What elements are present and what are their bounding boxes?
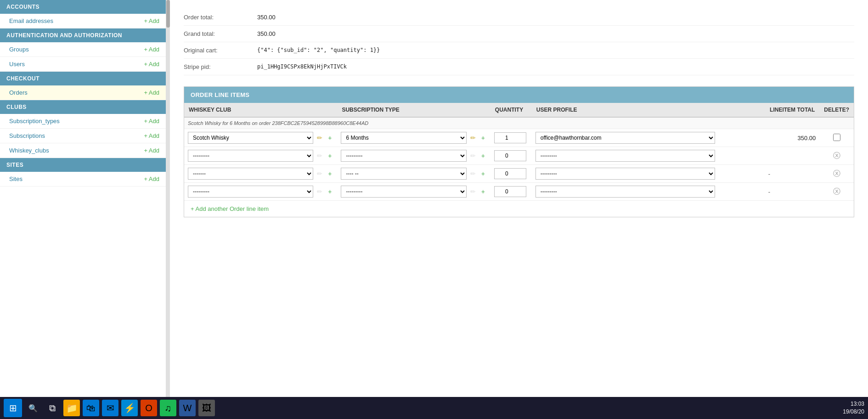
sidebar-item-email-addresses[interactable]: Email addresses + Add bbox=[0, 14, 166, 28]
photos-icon[interactable]: 🖼 bbox=[198, 400, 215, 416]
row3-subscription-type-select[interactable]: ---- -- bbox=[341, 168, 466, 180]
row3-lineitem-total: - bbox=[719, 165, 819, 183]
row2-subscription-type-cell: --------- ✏ + bbox=[337, 147, 490, 165]
taskview-button[interactable]: ⧉ bbox=[44, 400, 61, 416]
row2-whiskey-club-edit[interactable]: ✏ bbox=[315, 151, 324, 160]
sidebar-section-auth: AUTHENTICATION AND AUTHORIZATION bbox=[0, 28, 166, 42]
grand-total-value: 350.00 bbox=[257, 30, 276, 37]
sidebar-item-groups[interactable]: Groups + Add bbox=[0, 42, 166, 57]
row2-delete-icon[interactable]: ⓧ bbox=[833, 152, 840, 159]
row1-quantity-input[interactable] bbox=[494, 132, 526, 143]
sidebar-scrollbar[interactable] bbox=[166, 0, 170, 397]
row4-subscription-type-select[interactable]: --------- bbox=[341, 186, 466, 198]
file-explorer-icon[interactable]: 📁 bbox=[63, 400, 80, 416]
add-order-line-button[interactable]: + Add another Order line item bbox=[191, 205, 269, 212]
row4-quantity-input[interactable] bbox=[494, 186, 526, 197]
row3-user-profile-cell: --------- bbox=[532, 165, 719, 183]
row1-whiskey-club-select[interactable]: Scotch Whisky --------- bbox=[188, 132, 313, 144]
sidebar-section-clubs: CLUBS bbox=[0, 100, 166, 114]
sidebar-section-sites: SITES bbox=[0, 158, 166, 172]
sidebar-item-whiskey-clubs[interactable]: Whiskey_clubs + Add bbox=[0, 143, 166, 158]
row2-subscription-type-add[interactable]: + bbox=[479, 151, 487, 160]
row2-whiskey-club-cell: --------- ✏ + bbox=[184, 147, 337, 165]
search-button[interactable]: 🔍 bbox=[25, 400, 41, 416]
row4-user-profile-select[interactable]: --------- bbox=[535, 186, 716, 198]
store-icon[interactable]: 🛍 bbox=[83, 400, 99, 416]
row3-whiskey-club-add[interactable]: + bbox=[326, 169, 333, 178]
order-total-row: Order total: 350.00 bbox=[184, 9, 854, 26]
table-row: --------- ✏ + --------- ✏ bbox=[184, 183, 854, 201]
row2-user-profile-cell: --------- bbox=[532, 147, 719, 165]
row2-quantity-cell bbox=[490, 147, 532, 165]
original-cart-value: {"4": {"sub_id": "2", "quantity": 1}} bbox=[257, 47, 380, 54]
col-header-lineitem-total: LINEITEM TOTAL bbox=[719, 103, 819, 117]
row1-delete-cell bbox=[819, 129, 854, 147]
row1-user-profile-cell: office@hawthornbar.com --------- bbox=[532, 129, 719, 147]
row3-delete-cell: ⓧ bbox=[819, 165, 854, 183]
row1-whiskey-club-edit[interactable]: ✏ bbox=[315, 133, 324, 142]
word-icon[interactable]: W bbox=[179, 400, 196, 416]
sidebar-item-users[interactable]: Users + Add bbox=[0, 57, 166, 72]
row2-subscription-type-edit[interactable]: ✏ bbox=[468, 151, 478, 160]
row1-user-profile-select[interactable]: office@hawthornbar.com --------- bbox=[535, 132, 716, 144]
row3-quantity-cell bbox=[490, 165, 532, 183]
row2-quantity-input[interactable] bbox=[494, 150, 526, 161]
azure-icon[interactable]: ⚡ bbox=[121, 400, 138, 416]
table-row: Scotch Whisky --------- ✏ + 6 Months bbox=[184, 129, 854, 147]
add-line-container: + Add another Order line item bbox=[184, 201, 854, 217]
row2-subscription-type-select[interactable]: --------- bbox=[341, 150, 466, 162]
row1-subscription-type-cell: 6 Months --------- ✏ + bbox=[337, 129, 490, 147]
row1-whiskey-club-add[interactable]: + bbox=[326, 133, 333, 142]
start-button[interactable]: ⊞ bbox=[4, 399, 22, 417]
sidebar-section-accounts: ACCOUNTS bbox=[0, 0, 166, 14]
row3-delete-icon[interactable]: ⓧ bbox=[833, 170, 840, 177]
row4-lineitem-total: - bbox=[719, 183, 819, 201]
row4-subscription-type-cell: --------- ✏ + bbox=[337, 183, 490, 201]
row2-delete-cell: ⓧ bbox=[819, 147, 854, 165]
sidebar-item-sites[interactable]: Sites + Add bbox=[0, 172, 166, 187]
row4-quantity-cell bbox=[490, 183, 532, 201]
col-header-subscription-type: SUBSCRIPTION TYPE bbox=[337, 103, 490, 117]
row4-delete-cell: ⓧ bbox=[819, 183, 854, 201]
order-total-value: 350.00 bbox=[257, 14, 276, 21]
row4-whiskey-club-edit[interactable]: ✏ bbox=[315, 187, 324, 196]
row3-quantity-input[interactable] bbox=[494, 168, 526, 179]
row1-subscription-type-edit[interactable]: ✏ bbox=[468, 133, 478, 142]
row1-delete-checkbox[interactable] bbox=[833, 134, 840, 141]
table-row: --------- ✏ + --------- ✏ bbox=[184, 147, 854, 165]
row1-subscription-type-add[interactable]: + bbox=[479, 133, 487, 142]
sidebar-item-subscriptions[interactable]: Subscriptions + Add bbox=[0, 129, 166, 143]
row4-delete-icon[interactable]: ⓧ bbox=[833, 187, 840, 195]
row3-subscription-type-edit[interactable]: ✏ bbox=[468, 169, 478, 178]
office-icon[interactable]: O bbox=[141, 400, 157, 416]
row4-subscription-type-edit[interactable]: ✏ bbox=[468, 187, 478, 196]
mail-icon[interactable]: ✉ bbox=[102, 400, 118, 416]
order-line-items-table: WHISKEY CLUB SUBSCRIPTION TYPE QUANTITY … bbox=[184, 103, 854, 201]
row4-whiskey-club-cell: --------- ✏ + bbox=[184, 183, 337, 201]
row3-whiskey-club-cell: ------- ✏ + bbox=[184, 165, 337, 183]
order-line-items-section: ORDER LINE ITEMS WHISKEY CLUB SUBSCRIPTI… bbox=[184, 86, 854, 217]
spotify-icon[interactable]: ♫ bbox=[160, 400, 176, 416]
row4-whiskey-club-add[interactable]: + bbox=[326, 187, 333, 196]
row1-subscription-type-select[interactable]: 6 Months --------- bbox=[341, 132, 466, 144]
row2-lineitem-total bbox=[719, 147, 819, 165]
row1-lineitem-total: 350.00 bbox=[719, 129, 819, 147]
row4-whiskey-club-select[interactable]: --------- bbox=[188, 186, 313, 198]
row3-whiskey-club-edit[interactable]: ✏ bbox=[315, 169, 324, 178]
sidebar-item-orders[interactable]: Orders + Add bbox=[0, 85, 166, 100]
row2-whiskey-club-select[interactable]: --------- bbox=[188, 150, 313, 162]
grand-total-row: Grand total: 350.00 bbox=[184, 26, 854, 42]
col-header-delete: DELETE? bbox=[819, 103, 854, 117]
row3-whiskey-club-select[interactable]: ------- bbox=[188, 168, 313, 180]
table-row: ------- ✏ + ---- -- ✏ bbox=[184, 165, 854, 183]
row3-user-profile-select[interactable]: --------- bbox=[535, 168, 716, 180]
order-total-label: Order total: bbox=[184, 14, 257, 21]
sidebar-item-subscription-types[interactable]: Subscription_types + Add bbox=[0, 114, 166, 129]
row3-subscription-type-add[interactable]: + bbox=[479, 169, 487, 178]
row2-whiskey-club-add[interactable]: + bbox=[326, 151, 333, 160]
taskbar: ⊞ 🔍 ⧉ 📁 🛍 ✉ ⚡ O ♫ W 🖼 13:03 19/08/20 bbox=[0, 397, 868, 419]
stripe-pid-row: Stripe pid: pi_1HHgI9CSPx8EkNjHjPxTIVCk bbox=[184, 59, 854, 75]
row4-subscription-type-add[interactable]: + bbox=[479, 187, 487, 196]
row2-user-profile-select[interactable]: --------- bbox=[535, 150, 716, 162]
stripe-pid-label: Stripe pid: bbox=[184, 63, 257, 70]
